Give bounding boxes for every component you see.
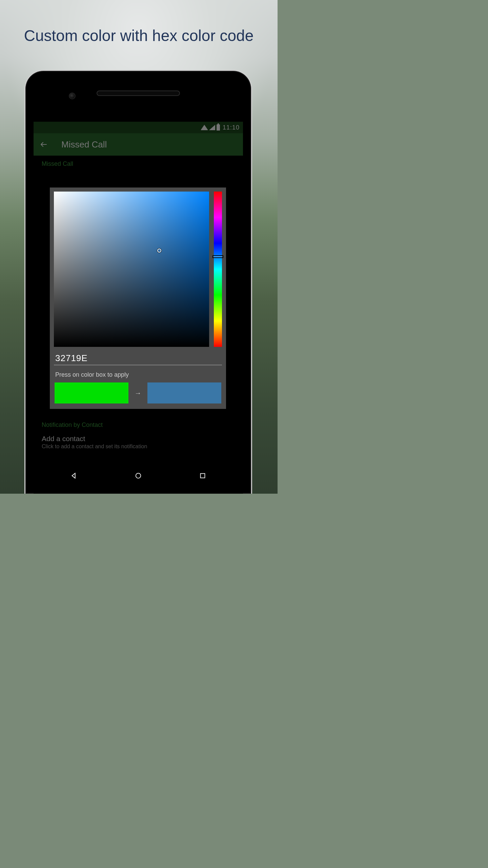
hue-handle-icon [212, 255, 223, 258]
nav-recents-icon[interactable] [199, 472, 207, 480]
device-speaker [97, 91, 180, 96]
settings-page-lower: Notification by Contact Add a contact Cl… [42, 417, 235, 454]
device-side-button [252, 223, 252, 251]
hue-slider[interactable] [214, 192, 222, 347]
svg-rect-1 [201, 474, 205, 478]
nav-back-icon[interactable] [70, 472, 78, 480]
device-top-bezel [25, 71, 251, 118]
section-label-notification-by-contact: Notification by Contact [42, 417, 235, 431]
device-camera [69, 93, 76, 99]
clock-time: 11:10 [223, 124, 240, 131]
add-contact-title: Add a contact [42, 435, 235, 443]
color-swatch-new[interactable] [147, 382, 221, 403]
back-arrow-icon[interactable] [40, 140, 48, 149]
nav-home-icon[interactable] [134, 472, 142, 480]
device-frame: 11:10 Missed Call Missed Call Notificati… [24, 70, 252, 494]
device-screen: 11:10 Missed Call Missed Call Notificati… [34, 122, 243, 494]
add-contact-item[interactable]: Add a contact Click to add a contact and… [42, 431, 235, 454]
hex-input[interactable]: 32719E [54, 353, 222, 365]
color-swatch-current[interactable] [55, 382, 128, 403]
section-label-missed-call: Missed Call [42, 156, 235, 170]
device-side-button [252, 261, 252, 335]
settings-page: Missed Call [34, 156, 243, 170]
wifi-icon [201, 125, 208, 130]
android-nav-bar [42, 466, 235, 486]
apply-hint-label: Press on color box to apply [54, 371, 222, 378]
battery-icon [217, 124, 220, 131]
svg-point-0 [136, 473, 141, 478]
promo-headline: Custom color with hex color code [0, 26, 278, 45]
status-bar: 11:10 [34, 122, 243, 133]
sv-cursor-icon [157, 249, 161, 253]
appbar-title: Missed Call [61, 139, 107, 150]
color-picker-dialog: 32719E Press on color box to apply → [50, 188, 226, 409]
add-contact-subtitle: Click to add a contact and set its notif… [42, 443, 235, 450]
signal-icon [209, 125, 215, 130]
saturation-value-panel[interactable] [54, 192, 209, 347]
app-bar: Missed Call [34, 133, 243, 156]
arrow-right-icon: → [135, 389, 141, 397]
hex-value-text: 32719E [55, 353, 221, 363]
swatch-row: → [54, 382, 222, 405]
